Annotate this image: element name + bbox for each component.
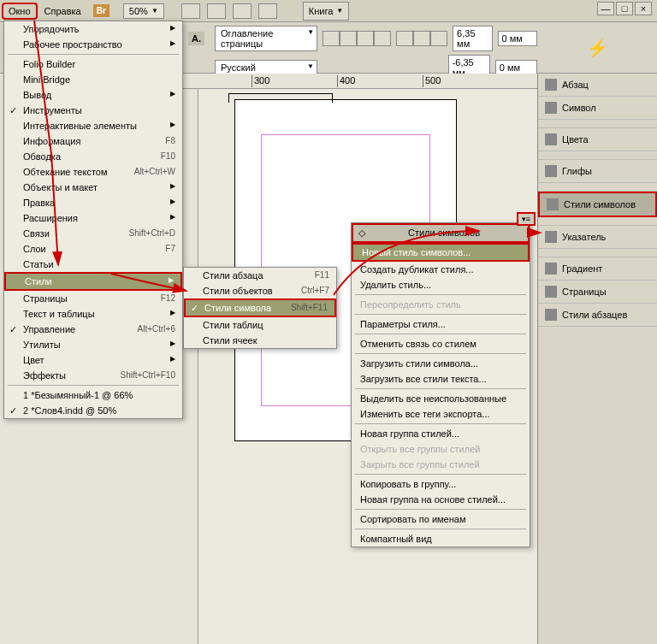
zoom-dropdown[interactable]: 50%▼: [123, 3, 164, 19]
panel-dock: АбзацСимволЦветаГлифыСтили символовУказа…: [537, 74, 657, 644]
menu-item[interactable]: Интерактивные элементы: [4, 118, 182, 133]
panel-icon: [545, 79, 557, 91]
panel-menu-item[interactable]: Загрузить стили символа...: [352, 356, 530, 371]
panel-menu-item[interactable]: Выделить все неиспользованные: [352, 391, 530, 406]
panel-menu-item[interactable]: Удалить стиль...: [352, 277, 530, 292]
menu-item[interactable]: Статьи: [4, 257, 182, 272]
menu-item[interactable]: Обтекание текстомAlt+Ctrl+W: [4, 164, 182, 180]
panel-menu-item[interactable]: Создать дубликат стиля...: [352, 262, 530, 277]
bridge-icon[interactable]: Br: [93, 4, 110, 17]
menu-item[interactable]: Объекты и макет: [4, 180, 182, 195]
panel-icon: [545, 165, 557, 177]
arrange-icon[interactable]: [258, 3, 277, 19]
close-button[interactable]: ×: [635, 2, 652, 15]
panel-icon: [545, 231, 557, 243]
submenu-item[interactable]: Стили символаShift+F11: [184, 298, 336, 317]
menu-item[interactable]: Правка: [4, 195, 182, 210]
menu-item[interactable]: СтраницыF12: [4, 291, 182, 306]
menu-window[interactable]: Окно: [2, 3, 38, 20]
ruler-vertical: [183, 89, 198, 644]
ruler-horizontal: 300 400 500: [183, 74, 537, 89]
maximize-button[interactable]: □: [616, 2, 633, 15]
panel-tab[interactable]: Градиент: [538, 257, 657, 281]
book-dropdown[interactable]: Книга▼: [303, 2, 349, 21]
menu-help[interactable]: Справка: [38, 3, 88, 20]
submenu-item[interactable]: Стили ячеек: [184, 333, 336, 348]
view-mode-icon[interactable]: [207, 3, 226, 19]
menu-item[interactable]: Расширения: [4, 210, 182, 226]
submenu-item[interactable]: Стили объектовCtrl+F7: [184, 283, 336, 298]
toc-style-dropdown[interactable]: Оглавление страницы: [215, 26, 317, 51]
menu-item[interactable]: ЭффектыShift+Ctrl+F10: [4, 368, 182, 383]
menu-item[interactable]: Упорядочить: [4, 21, 182, 37]
screen-mode-icon[interactable]: [233, 3, 252, 19]
submenu-item[interactable]: Стили таблиц: [184, 317, 336, 333]
panel-menu-item[interactable]: Параметры стиля...: [352, 316, 530, 332]
menu-item[interactable]: 2 *Слов4.indd @ 50%: [4, 403, 182, 418]
panel-menu-item[interactable]: Копировать в группу...: [352, 476, 530, 492]
panel-icon: [545, 133, 557, 145]
menu-item[interactable]: ОбводкаF10: [4, 149, 182, 164]
panel-icon: [545, 309, 557, 321]
menu-item[interactable]: Mini Bridge: [4, 72, 182, 87]
character-icon: A.: [188, 32, 204, 45]
minimize-button[interactable]: —: [597, 2, 614, 15]
panel-menu-item[interactable]: Сортировать по именам: [352, 511, 530, 527]
menubar: Окно Справка Br 50%▼ Книга▼ — □ ×: [0, 0, 657, 22]
menu-item[interactable]: СвязиShift+Ctrl+D: [4, 226, 182, 241]
toolbar-right: ⚡: [537, 22, 657, 74]
panel-menu-header[interactable]: ◇Стили символов: [352, 223, 530, 243]
menu-item[interactable]: Текст и таблицы: [4, 306, 182, 322]
gpu-icon[interactable]: ⚡: [587, 38, 608, 58]
panel-tab[interactable]: Страницы: [538, 281, 657, 304]
panel-menu-item[interactable]: Отменить связь со стилем: [352, 336, 530, 352]
panel-tab[interactable]: Стили абзацев: [538, 304, 657, 327]
menu-item[interactable]: ИнформацияF8: [4, 133, 182, 149]
panel-menu-item[interactable]: Новая группа стилей...: [352, 426, 530, 441]
menu-item[interactable]: Вывод: [4, 87, 182, 103]
menu-item[interactable]: Утилиты: [4, 337, 182, 352]
panel-menu-item[interactable]: Изменить все теги экспорта...: [352, 406, 530, 422]
panel-menu-item[interactable]: Компактный вид: [352, 531, 530, 547]
menu-item[interactable]: УправлениеAlt+Ctrl+6: [4, 322, 182, 337]
panel-tab[interactable]: Глифы: [538, 160, 657, 183]
align-buttons[interactable]: [323, 31, 391, 46]
panel-tab[interactable]: Цвета: [538, 128, 657, 151]
window-menu-dropdown: УпорядочитьРабочее пространствоFolio Bui…: [3, 21, 183, 419]
panel-tab[interactable]: Указатель: [538, 226, 657, 249]
panel-tab[interactable]: Абзац: [538, 74, 657, 97]
panel-icon: [545, 286, 557, 298]
window-controls: — □ ×: [597, 2, 652, 15]
panel-menu-item[interactable]: Загрузить все стили текста...: [352, 371, 530, 387]
indent-field[interactable]: 0 мм: [498, 31, 537, 46]
char-styles-panel-menu: ◇Стили символов Новый стиль символов...С…: [351, 222, 530, 547]
menu-item[interactable]: Folio Builder: [4, 56, 182, 72]
view-mode-icon[interactable]: [181, 3, 200, 19]
panel-menu-item: Закрыть все группы стилей: [352, 457, 530, 472]
menu-item[interactable]: Инструменты: [4, 103, 182, 118]
indent-field[interactable]: 6,35 мм: [453, 26, 492, 51]
submenu-item[interactable]: Стили абзацаF11: [184, 268, 336, 283]
menu-item[interactable]: 1 *Безымянный-1 @ 66%: [4, 387, 182, 403]
menu-item[interactable]: Рабочее пространство: [4, 37, 182, 52]
panel-menu-item[interactable]: Новый стиль символов...: [352, 243, 530, 262]
panel-menu-item: Открыть все группы стилей: [352, 441, 530, 457]
menu-item[interactable]: Стили: [4, 272, 182, 291]
panel-icon: [545, 263, 557, 275]
menu-item[interactable]: СлоиF7: [4, 241, 182, 257]
styles-submenu: Стили абзацаF11Стили объектовCtrl+F7Стил…: [183, 267, 337, 349]
align-buttons-2[interactable]: [396, 31, 447, 46]
panel-tab[interactable]: Символ: [538, 97, 657, 120]
menu-item[interactable]: Цвет: [4, 352, 182, 368]
panel-tab[interactable]: Стили символов: [538, 192, 657, 217]
panel-menu-item[interactable]: Новая группа на основе стилей...: [352, 492, 530, 507]
panel-icon: [547, 198, 559, 210]
panel-flyout-button[interactable]: ▾≡: [517, 212, 536, 226]
panel-menu-item: Переопределить стиль: [352, 297, 530, 312]
panel-icon: [545, 102, 557, 114]
